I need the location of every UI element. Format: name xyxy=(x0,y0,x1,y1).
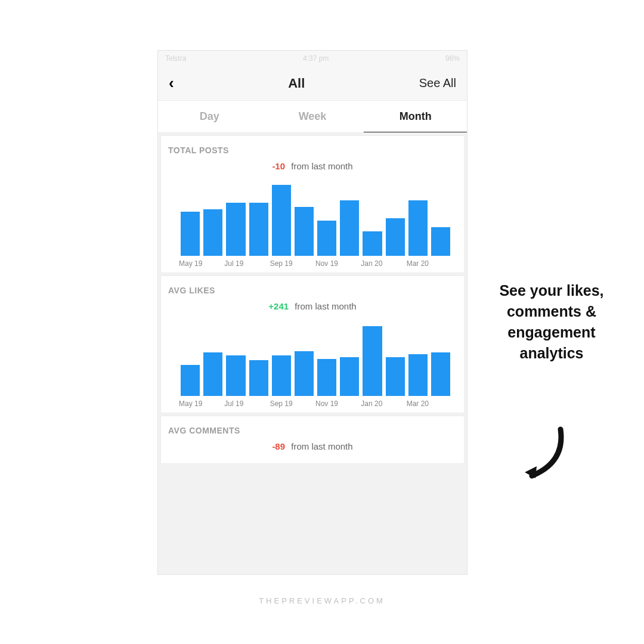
chart-x-tick: Mar 20 xyxy=(407,259,452,268)
nav-bar: ‹ All See All xyxy=(158,66,467,101)
card-delta: -10 from last month xyxy=(168,161,457,171)
chart-bar xyxy=(295,207,314,256)
chart-bar xyxy=(249,360,268,396)
card-total-posts: TOTAL POSTS -10 from last month May 19Ju… xyxy=(160,135,465,273)
chart-x-tick: Nov 19 xyxy=(315,400,361,408)
status-bar: Telstra 4:37 pm 96% xyxy=(158,51,467,66)
chart-bar xyxy=(340,200,359,256)
delta-value: -10 xyxy=(272,161,285,171)
chart-bar xyxy=(386,357,405,396)
card-title: AVG COMMENTS xyxy=(168,426,457,435)
chart-x-tick: May 19 xyxy=(179,400,224,408)
nav-title: All xyxy=(288,76,305,91)
delta-context: from last month xyxy=(291,161,352,171)
chart-bar xyxy=(431,352,450,396)
chart-x-tick: Jul 19 xyxy=(224,400,270,408)
chart-bar xyxy=(181,365,200,396)
chart-bar xyxy=(431,227,450,256)
status-carrier: Telstra xyxy=(165,54,186,63)
delta-value: +241 xyxy=(268,301,289,311)
chart-avg-likes: May 19Jul 19Sep 19Nov 19Jan 20Mar 20 xyxy=(168,318,457,408)
chart-bar xyxy=(363,326,382,396)
chart-bar xyxy=(408,354,428,396)
chart-bar xyxy=(363,231,382,256)
side-caption: See your likes, comments & engagement an… xyxy=(483,280,620,364)
card-delta: +241 from last month xyxy=(168,301,457,311)
chart-bar xyxy=(226,355,245,396)
chart-bar xyxy=(181,212,200,256)
chart-x-tick: Sep 19 xyxy=(270,259,315,268)
chart-bar xyxy=(317,359,336,396)
card-delta: -89 from last month xyxy=(168,441,457,451)
chart-total-posts: May 19Jul 19Sep 19Nov 19Jan 20Mar 20 xyxy=(168,178,457,268)
phone-frame: Telstra 4:37 pm 96% ‹ All See All Day We… xyxy=(157,50,467,575)
content-scroll[interactable]: TOTAL POSTS -10 from last month May 19Ju… xyxy=(158,133,467,574)
chart-x-tick: Jul 19 xyxy=(224,259,270,268)
chart-bar xyxy=(317,221,336,256)
chart-x-tick: Nov 19 xyxy=(315,259,361,268)
tab-month[interactable]: Month xyxy=(364,101,467,132)
status-battery: 96% xyxy=(445,54,460,63)
chart-bar xyxy=(249,203,268,256)
chart-bar xyxy=(203,209,222,256)
chart-bar xyxy=(272,355,291,396)
status-time: 4:37 pm xyxy=(303,54,329,63)
chart-x-tick: Sep 19 xyxy=(270,400,315,408)
footer-credit: THEPREVIEWAPP.COM xyxy=(0,596,644,605)
delta-context: from last month xyxy=(291,441,352,451)
chart-x-tick: May 19 xyxy=(179,259,224,268)
card-title: AVG LIKES xyxy=(168,286,457,295)
chart-bar xyxy=(203,352,222,396)
see-all-button[interactable]: See All xyxy=(419,76,456,90)
chart-bar xyxy=(408,200,428,256)
chart-bar xyxy=(295,351,314,396)
chart-bar xyxy=(272,185,291,256)
delta-context: from last month xyxy=(295,301,356,311)
chart-bar xyxy=(340,357,359,396)
chart-bar xyxy=(226,203,245,256)
card-avg-comments: AVG COMMENTS -89 from last month xyxy=(160,416,465,464)
card-avg-likes: AVG LIKES +241 from last month May 19Jul… xyxy=(160,275,465,413)
arrow-icon xyxy=(519,423,572,489)
delta-value: -89 xyxy=(272,441,285,451)
tab-day[interactable]: Day xyxy=(158,101,261,132)
range-tabs: Day Week Month xyxy=(158,101,467,133)
chart-x-tick: Mar 20 xyxy=(407,400,452,408)
chart-x-tick: Jan 20 xyxy=(361,259,406,268)
tab-week[interactable]: Week xyxy=(261,101,364,132)
chart-bar xyxy=(386,218,405,256)
back-button[interactable]: ‹ xyxy=(169,74,174,92)
card-title: TOTAL POSTS xyxy=(168,145,457,155)
chart-x-tick: Jan 20 xyxy=(361,400,406,408)
